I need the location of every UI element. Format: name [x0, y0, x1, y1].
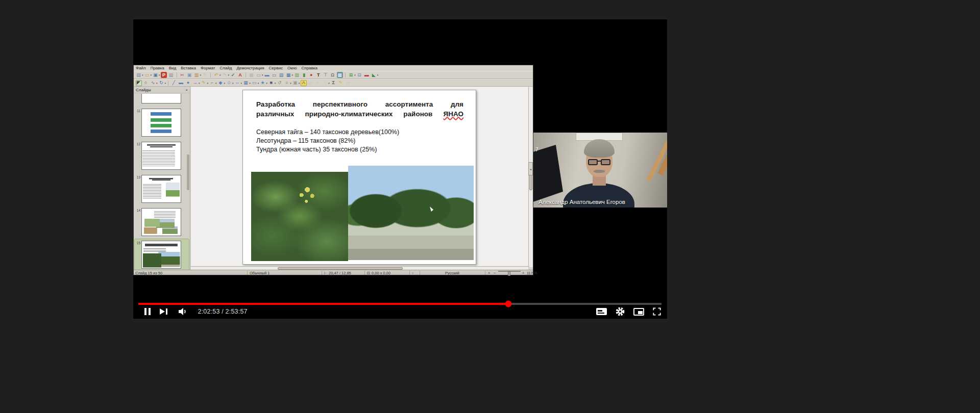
gallery-icon[interactable]: ●: [308, 72, 314, 78]
cut-icon[interactable]: ✂: [179, 72, 185, 78]
arrange-icon[interactable]: ▣: [292, 80, 298, 86]
stars-icon[interactable]: ★: [260, 80, 266, 86]
special-character-icon[interactable]: Ω: [330, 72, 336, 78]
snap-lines-icon[interactable]: ▭: [256, 72, 262, 78]
open-icon[interactable]: ▭: [144, 72, 150, 78]
slide-thumbnail[interactable]: 11: [135, 109, 189, 137]
rotate-object-icon[interactable]: ↺: [277, 80, 283, 86]
slide-thumbnail[interactable]: 15: [135, 239, 189, 270]
slide-thumbnail-partial[interactable]: [141, 94, 181, 104]
flowchart-icon[interactable]: ▦: [243, 80, 249, 86]
delete-slide-icon[interactable]: ▬: [363, 72, 370, 78]
paste-icon[interactable]: ▥: [193, 72, 200, 78]
fontwork-icon[interactable]: A: [301, 80, 307, 86]
grid-icon[interactable]: ▦: [249, 72, 255, 78]
subtitles-button[interactable]: [596, 305, 607, 318]
basic-shapes-icon[interactable]: ◆: [217, 80, 224, 86]
separator[interactable]: [210, 72, 211, 78]
sidebar-collapse-tab[interactable]: ◂: [528, 162, 533, 175]
video-player[interactable]: ФайлПравкаВидВставкаФорматСлайдДемонстра…: [133, 19, 667, 319]
callouts-icon[interactable]: ▭: [251, 80, 257, 86]
glue-points-icon[interactable]: ✎: [337, 80, 344, 86]
menu-item[interactable]: Формат: [201, 66, 215, 70]
next-icon: [160, 308, 165, 315]
panel-scrollbar[interactable]: [187, 154, 189, 190]
dropdown-arrow-icon: ▾: [224, 82, 226, 85]
insert-textbox-icon[interactable]: T: [315, 72, 322, 78]
spelling-icon[interactable]: ✓: [230, 72, 236, 78]
rotate-icon[interactable]: ↻: [158, 80, 164, 86]
symbol-shapes-icon[interactable]: ☺: [226, 80, 232, 86]
insert-image-icon[interactable]: ▨: [294, 72, 300, 78]
slide-thumbnail[interactable]: 12: [135, 142, 189, 170]
export-pdf-icon[interactable]: P: [161, 72, 167, 78]
show-grid-active-icon[interactable]: ▦: [337, 72, 343, 78]
close-icon[interactable]: ×: [185, 88, 188, 92]
save-icon[interactable]: ▣: [153, 72, 159, 78]
miniplayer-button[interactable]: [633, 305, 644, 318]
rectangle-icon[interactable]: ▬: [178, 80, 184, 86]
insert-chart-icon[interactable]: ▮: [301, 72, 307, 78]
curve-icon[interactable]: ✎: [201, 80, 207, 86]
dropdown-arrow-icon: ▾: [207, 82, 209, 85]
separator[interactable]: [246, 72, 246, 78]
filter-icon[interactable]: ▭: [345, 80, 351, 86]
clone-formatting-icon[interactable]: ✎: [202, 72, 208, 78]
undo-icon[interactable]: ↶: [213, 72, 219, 78]
select-arrow-icon[interactable]: ◤: [136, 80, 142, 86]
slide-thumbnail[interactable]: 13: [135, 175, 189, 203]
settings-button[interactable]: [615, 305, 626, 318]
webcam-wood-frame: [647, 133, 667, 181]
print-icon[interactable]: ▤: [168, 72, 174, 78]
webcam-monitor: [533, 145, 563, 202]
table-icon[interactable]: ▦: [285, 72, 291, 78]
pause-button[interactable]: [144, 305, 151, 318]
fullscreen-button[interactable]: [652, 305, 662, 318]
menu-item[interactable]: Вставка: [181, 66, 196, 70]
menu-item[interactable]: Вид: [169, 66, 176, 70]
3d-objects-icon[interactable]: ■: [268, 80, 274, 86]
freeline-icon[interactable]: ╲: [322, 80, 328, 86]
separator[interactable]: [177, 72, 177, 78]
duplicate-slide-icon[interactable]: ⊟: [356, 72, 362, 78]
auto-spellcheck-icon[interactable]: A: [237, 72, 243, 78]
horizontal-scrollbar[interactable]: [191, 266, 528, 270]
slide-layout-icon[interactable]: ◣: [371, 72, 377, 78]
menu-item[interactable]: Сервис: [269, 66, 283, 70]
vertical-scrollbar[interactable]: [528, 87, 533, 267]
block-arrows-icon[interactable]: ⇔: [234, 80, 240, 86]
edit-points-icon[interactable]: Σ: [330, 80, 336, 86]
menu-item[interactable]: Правка: [151, 66, 164, 70]
toggle-extrusion-icon[interactable]: ○: [315, 80, 321, 86]
separator[interactable]: [168, 81, 168, 86]
view-sorter-icon[interactable]: ▤: [278, 72, 284, 78]
line-style-icon[interactable]: ∿: [150, 80, 156, 86]
new-document-icon[interactable]: ▤: [136, 72, 142, 78]
redo-icon[interactable]: ↷: [222, 72, 228, 78]
zoom-icon[interactable]: ○: [143, 80, 149, 86]
insert-line-icon[interactable]: ╱: [171, 80, 177, 86]
header-footer-icon[interactable]: ⊤: [323, 72, 329, 78]
shadow-icon[interactable]: ▱: [308, 80, 314, 86]
view-normal-icon[interactable]: ▭: [271, 72, 277, 78]
align-icon[interactable]: ≡: [284, 80, 290, 86]
slide-canvas[interactable]: Разработка перспективного ассортимента д…: [242, 90, 476, 265]
slide-thumbnail-preview: [141, 241, 181, 269]
slide-thumbnail[interactable]: 14: [135, 208, 189, 236]
menu-item[interactable]: Слайд: [219, 66, 232, 70]
separator[interactable]: [345, 72, 346, 78]
menu-item[interactable]: Демонстрация: [236, 66, 264, 70]
arrow-line-icon[interactable]: →: [192, 80, 199, 86]
menu-item[interactable]: Файл: [136, 66, 146, 70]
connector-icon[interactable]: ⌐: [209, 80, 215, 86]
volume-button[interactable]: [177, 305, 189, 318]
menu-item[interactable]: Окно: [287, 66, 297, 70]
copy-icon[interactable]: ▣: [186, 72, 192, 78]
ellipse-icon[interactable]: ●: [185, 80, 191, 86]
menu-item[interactable]: Справка: [302, 66, 317, 70]
master-slide-icon[interactable]: ▬: [264, 72, 270, 78]
screenshare-impress-window: ФайлПравкаВидВставкаФорматСлайдДемонстра…: [133, 65, 533, 275]
new-slide-icon[interactable]: ⊞: [348, 72, 354, 78]
dropdown-arrow-icon: ▾: [299, 82, 300, 85]
next-button[interactable]: [160, 305, 167, 318]
